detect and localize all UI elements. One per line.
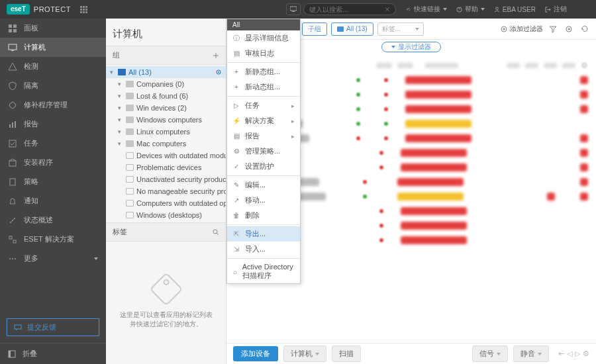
show-filter-chip[interactable]: 显示过滤器 (381, 42, 441, 52)
scan-button[interactable]: 扫描 (332, 345, 361, 362)
sidebar-item-quarantine[interactable]: 隔离 (0, 76, 106, 95)
top-search-area (286, 3, 396, 15)
chevron-down-icon (415, 28, 419, 30)
svg-point-4 (496, 7, 499, 9)
menu-move[interactable]: ↗移动... (227, 193, 300, 208)
svg-rect-8 (13, 29, 17, 32)
collapse-sidebar-button[interactable]: 折叠 (0, 343, 106, 364)
sidebar-item-installers[interactable]: 安装程序 (0, 153, 106, 172)
menu-audit-log[interactable]: ▤审核日志 (227, 46, 300, 61)
dynamic-group-icon (126, 176, 134, 183)
topbar: eseT PROTECT 快速链接 ? 帮助 EBA USER 注销 (0, 0, 596, 19)
sidebar-item-solutions[interactable]: ESET 解决方案 (0, 230, 106, 249)
svg-rect-21 (9, 236, 12, 239)
gear-icon[interactable] (215, 69, 222, 75)
tree-item[interactable]: Windows (desktops) (106, 209, 226, 221)
menu-reports[interactable]: ▤报告▸ (227, 128, 300, 144)
tree-item[interactable]: No manageable security product (106, 185, 226, 197)
trash-icon: 🗑 (232, 212, 240, 219)
page-first-icon[interactable]: ⇤ (558, 349, 564, 358)
settings-icon: ⚙ (232, 148, 240, 155)
menu-manage-policies[interactable]: ⚙管理策略... (227, 144, 300, 159)
logout-button[interactable]: 注销 (545, 5, 567, 14)
group-panel: 计算机 组 ▾All (13) ▾Companies (0) ▾Lost & f… (106, 19, 226, 364)
help-menu[interactable]: ? 帮助 (456, 5, 485, 14)
menu-export[interactable]: ⇱导出... (227, 226, 300, 242)
subgroup-chip[interactable]: 子组 (302, 23, 327, 36)
svg-rect-17 (10, 179, 15, 185)
task-icon (8, 139, 17, 148)
package-icon (8, 158, 17, 167)
quick-links[interactable]: 快速链接 (405, 5, 447, 14)
tree-item[interactable]: Unactivated security product (106, 173, 226, 185)
page-next-icon[interactable]: ▷ (575, 349, 580, 358)
refresh-icon[interactable] (579, 23, 591, 35)
page-prev-icon[interactable]: ◁ (567, 349, 572, 358)
tree-item[interactable]: Problematic devices (106, 161, 226, 173)
menu-new-static-group[interactable]: +新静态组... (227, 64, 300, 79)
menu-new-dynamic-group[interactable]: +新动态组... (227, 79, 300, 95)
computer-filter-icon[interactable] (286, 3, 301, 15)
sidebar-item-patch[interactable]: 修补程序管理 (0, 95, 106, 114)
menu-import[interactable]: ⇲导入... (227, 242, 300, 257)
menu-tasks[interactable]: ▷任务▸ (227, 98, 300, 113)
sidebar-item-computers[interactable]: 计算机 (0, 38, 106, 57)
app-switcher-icon[interactable] (80, 6, 87, 13)
tree-item[interactable]: ▾Windows computers (106, 114, 226, 126)
menu-edit[interactable]: ✎编辑... (227, 177, 300, 193)
svg-rect-15 (9, 140, 16, 147)
gear-icon[interactable] (563, 23, 575, 35)
tree-root-all[interactable]: ▾All (13) (106, 66, 226, 78)
tree-item[interactable]: ▾Companies (0) (106, 78, 226, 90)
folder-icon (126, 105, 134, 111)
add-device-button[interactable]: 添加设备 (233, 346, 278, 361)
report-icon: ▤ (232, 132, 240, 140)
search-input[interactable] (309, 6, 385, 13)
import-icon: ⇲ (232, 246, 240, 253)
tree-item[interactable]: ▾Lost & found (6) (106, 90, 226, 102)
svg-text:?: ? (458, 7, 460, 11)
tags-select[interactable]: 标签... (377, 23, 424, 36)
submit-feedback-button[interactable]: 提交反馈 (7, 318, 99, 336)
page-settings-icon[interactable]: ⚙ (583, 349, 589, 358)
menu-ad-scanner[interactable]: ⌕Active Directory 扫描程序 (227, 260, 300, 283)
sidebar-item-tasks[interactable]: 任务 (0, 134, 106, 153)
tree-item[interactable]: Computers with outdated operating s... (106, 197, 226, 209)
tag-icon (149, 272, 183, 306)
search-icon[interactable] (213, 229, 219, 236)
add-group-icon[interactable] (213, 52, 219, 59)
menu-show-details[interactable]: ⓘ显示详细信息 (227, 30, 300, 46)
menu-delete[interactable]: 🗑删除 (227, 208, 300, 223)
sidebar-item-dashboard[interactable]: 面板 (0, 19, 106, 38)
add-filter-button[interactable]: 添加过滤器 (501, 24, 543, 34)
user-menu[interactable]: EBA USER (494, 6, 536, 13)
menu-solutions[interactable]: ⚡解决方案▸ (227, 113, 300, 128)
menu-set-protection[interactable]: ✓设置防护 (227, 159, 300, 174)
chart-icon (8, 120, 17, 129)
chevron-right-icon: ▸ (291, 103, 295, 109)
tags-empty-state: 这里是可以查看应用的标记列表并快速过滤它们的地方。 (106, 242, 226, 364)
mute-button[interactable]: 静音 (513, 345, 549, 362)
tree-item[interactable]: ▾Win devices (2) (106, 102, 226, 114)
logo: eseT (7, 4, 30, 15)
computers-button[interactable]: 计算机 (283, 345, 326, 362)
groups-header: 组 (106, 46, 226, 65)
sidebar-item-more[interactable]: 更多 (0, 249, 106, 268)
sidebar-item-detections[interactable]: 检测 (0, 57, 106, 76)
signal-button[interactable]: 信号 (472, 345, 508, 362)
global-search[interactable] (303, 3, 396, 15)
sidebar-item-reports[interactable]: 报告 (0, 114, 106, 134)
tree-item[interactable]: ▾Linux computers (106, 126, 226, 138)
clear-icon[interactable] (385, 7, 390, 12)
tree-item[interactable]: ▾Mac computers (106, 138, 226, 150)
svg-point-34 (568, 28, 570, 30)
chevron-right-icon: ▸ (291, 118, 295, 124)
sidebar-item-policies[interactable]: 策略 (0, 172, 106, 191)
all-chip[interactable]: All (13) (331, 23, 373, 36)
sidebar-item-notifications[interactable]: 通知 (0, 191, 106, 210)
gear-icon[interactable]: ⚙ (581, 61, 588, 70)
tree-item[interactable]: Devices with outdated modules (106, 150, 226, 161)
sidebar-item-status[interactable]: 状态概述 (0, 210, 106, 230)
filter-funnel-icon[interactable] (547, 23, 559, 35)
search-icon: ⌕ (232, 268, 238, 275)
